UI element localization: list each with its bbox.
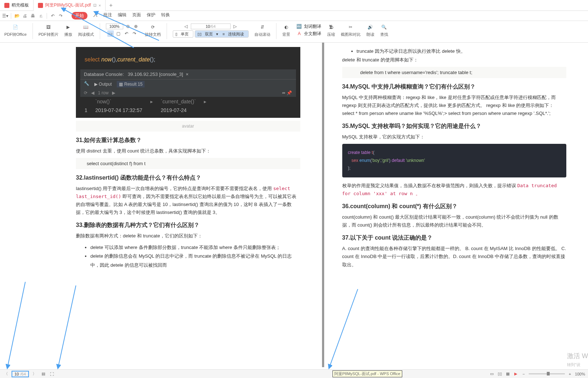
fulltrans-icon[interactable]: A <box>296 30 302 37</box>
q31-body: 使用 distinct 去重，使用 count 统计总条数，具体实现脚本如下： <box>76 147 300 155</box>
status-tooltip: 阿里P8MySQL-面试.pdf - WPS Office <box>332 370 402 377</box>
quick-bar: ☰▾ 📂 🖨 🖶 ⎌ ↶ ↷ 开始 入 批注 编辑 页面 保护 转换 <box>0 11 588 21</box>
pdf-icon <box>38 3 43 8</box>
windows-activation: 激活 W转到"设 <box>567 349 588 371</box>
prev-page-icon[interactable]: ◁ <box>183 23 189 30</box>
q35-body2: 枚举的作用是预定义结果值，当插入数据不在枚举值范围内，则插入失败，提示错误 Da… <box>342 182 567 198</box>
page-input[interactable]: 10/64 <box>191 23 231 29</box>
double-page-button[interactable]: ▯▯ 双页▾ <box>195 31 220 37</box>
tab-label: 阿里P8MySQL-面试.pdf <box>45 2 91 8</box>
menu-start[interactable]: 开始 <box>72 12 87 20</box>
zoom-value[interactable]: 100% <box>106 23 123 29</box>
menu-comment[interactable]: 批注 <box>103 12 112 20</box>
save-icon[interactable]: 🖨 <box>22 13 28 19</box>
single-page-button[interactable]: ▯ 单页 <box>173 30 193 38</box>
preview-icon[interactable]: ⎌ <box>38 13 44 19</box>
menu-strip: 开始 入 批注 编辑 页面 保护 转换 <box>72 12 170 20</box>
page-right: truncate 因为不记录日志所以执行效率比 delete 快。 delete… <box>324 43 588 367</box>
open-icon[interactable]: 📂 <box>14 13 20 19</box>
q35-body: MySQL 支持枚举，它的实现方式如下： <box>342 133 567 141</box>
tab-bar: 稻壳模板 阿里P8MySQL-面试.pdf ⊡ × + <box>0 0 588 11</box>
avatar-caption: avatar <box>76 121 300 132</box>
q33-heading: 33.删除表的数据有几种方式？它们有什么区别？ <box>76 222 300 229</box>
q33-list: delete 可以添加 where 条件删除部分数据，truncate 不能添加… <box>76 243 300 270</box>
q31-heading: 31.如何去重计算总条数？ <box>76 137 300 144</box>
new-tab-button[interactable]: + <box>106 2 116 9</box>
zoom-group: 100% ⊖ ⊕ ▭ ▢ ↶ ↷ <box>104 23 141 37</box>
dict-icon[interactable]: 🔤 <box>296 23 302 30</box>
fit-width-icon[interactable]: ▭ <box>107 30 114 37</box>
trunc-body: delete 和 truncate 的使用脚本如下： <box>342 56 567 64</box>
trunc-code: delete from t where username='redis'; tr… <box>342 67 567 78</box>
zoom-in-icon[interactable]: ⊕ <box>133 23 139 30</box>
zoom-slider[interactable] <box>529 373 565 374</box>
rotate-left-icon[interactable]: ↶ <box>123 30 130 37</box>
list-item: delete 的删除信息会在 MySQL 的日志中记录，而 truncate 的… <box>90 252 300 270</box>
find[interactable]: 🔍查找 <box>379 23 390 37</box>
view2-icon[interactable]: ▯▯ <box>497 371 503 377</box>
page-left: select now(),current_date(); Database Co… <box>0 43 322 367</box>
expand-icon[interactable]: ⛶ <box>49 371 55 377</box>
rotate-right-icon[interactable]: ↷ <box>131 30 138 37</box>
q36-heading: 36.count(column) 和 count(*) 有什么区别？ <box>342 203 567 210</box>
page-nav-group: ◁ 10/64 ▷ ▯ 单页 ▯▯ 双页▾ ≡ 连续阅读 <box>171 23 250 38</box>
rotate-doc[interactable]: ⟳旋转文档 <box>143 23 162 37</box>
document-area: select now(),current_date(); Database Co… <box>0 43 588 367</box>
trunc-list: truncate 因为不记录日志所以执行效率比 delete 快。 <box>342 47 567 56</box>
q34-body: MySQL 中支持两种模糊查询：regexp 和 like，like 是对任意多… <box>342 94 567 117</box>
compress[interactable]: 🗜压缩 <box>326 23 336 37</box>
menu-insert[interactable]: 入 <box>93 12 98 20</box>
zoom-in-btm-icon[interactable]: + <box>567 371 573 377</box>
read-aloud[interactable]: 🔊朗读 <box>365 23 376 37</box>
view3-icon[interactable]: ▦ <box>505 371 511 377</box>
pdf-to-pic[interactable]: 🖼PDF转图片 <box>37 23 60 37</box>
print-icon[interactable]: 🖶 <box>30 13 36 19</box>
tab-daoke[interactable]: 稻壳模板 <box>0 0 34 11</box>
list-item: truncate 因为不记录日志所以执行效率比 delete 快。 <box>357 47 567 56</box>
q35-heading: 35.MySQL 支持枚举吗？如何实现？它的用途是什么？ <box>342 123 567 130</box>
daoke-icon <box>4 3 9 8</box>
ribbon: 📄PDF转Office 🖼PDF转图片 ▶播放 📖阅读模式 100% ⊖ ⊕ ▭… <box>0 21 588 43</box>
background[interactable]: ◐背景 <box>281 23 292 37</box>
zoom-pct[interactable]: 100% <box>575 372 585 376</box>
zoom-out-btm-icon[interactable]: − <box>521 371 527 377</box>
redo-icon[interactable]: ↷ <box>58 13 64 19</box>
undo-icon[interactable]: ↶ <box>50 13 56 19</box>
next-page-icon[interactable]: ▷ <box>232 23 239 30</box>
crop-compare[interactable]: ✂截图和对比 <box>339 23 362 37</box>
menu-protect[interactable]: 保护 <box>147 12 155 20</box>
q32-heading: 32.lastinsertid() 函数功能是什么？有什么特点？ <box>76 174 300 182</box>
nav-pane-icon[interactable]: ▤ <box>40 371 46 377</box>
q32-body: lastinsertid() 用于查询最后一次自增表的编号，它的特点是查询时不需… <box>76 185 300 216</box>
fit-page-icon[interactable]: ▢ <box>115 30 122 37</box>
menu-icon[interactable]: ☰▾ <box>2 13 8 19</box>
tab-label: 稻壳模板 <box>12 2 29 8</box>
pin-icon[interactable]: ⊡ <box>93 3 96 8</box>
prev-page-btm-icon[interactable]: 〈 <box>3 371 9 377</box>
pdf-to-office[interactable]: 📄PDF转Office <box>3 23 28 37</box>
next-page-btm-icon[interactable]: 〉 <box>32 371 38 377</box>
read-mode[interactable]: 📖阅读模式 <box>77 23 95 37</box>
status-bar: 〈 10/64 〉 ▤ ⛶ 阿里P8MySQL-面试.pdf - WPS Off… <box>0 369 588 378</box>
layout-pill: ▯▯ 双页▾ ≡ 连续阅读 <box>195 30 249 38</box>
menu-edit[interactable]: 编辑 <box>118 12 126 20</box>
close-icon[interactable]: × <box>99 3 101 8</box>
dict-group: 🔤划词翻译 A全文翻译 <box>295 23 323 37</box>
tab-pdf[interactable]: 阿里P8MySQL-面试.pdf ⊡ × <box>34 0 106 11</box>
play-button[interactable]: ▶播放 <box>63 23 74 37</box>
page-nav-bottom[interactable]: 10/64 <box>12 371 29 377</box>
menu-page[interactable]: 页面 <box>132 12 141 20</box>
menu-convert[interactable]: 转换 <box>161 12 170 20</box>
rec-icon[interactable]: ▶ <box>513 371 519 377</box>
view1-icon[interactable]: ▭ <box>489 371 495 377</box>
q34-heading: 34.MySQL 中支持几种模糊查询？它们有什么区别？ <box>342 83 567 91</box>
continuous-button[interactable]: ≡ 连续阅读 <box>220 31 248 37</box>
q33-body: 删除数据有两种方式：delete 和 truncate，它们的区别如下： <box>76 232 300 240</box>
q37-heading: 37.以下关于 count 说法正确的是？ <box>342 234 567 242</box>
sql-screenshot: select now(),current_date(); Database Co… <box>76 47 300 118</box>
zoom-out-icon[interactable]: ⊖ <box>125 23 131 30</box>
list-item: delete 可以添加 where 条件删除部分数据，truncate 不能添加… <box>90 243 300 252</box>
auto-scroll[interactable]: ⇵自动滚动 <box>253 23 272 37</box>
q37-body: A. count 的查询性能在各种存储引擎下的性能都是一样的。 B. count… <box>342 245 567 269</box>
q36-body: count(column) 和 count() 最大区别是统计结果可能不一致，c… <box>342 213 567 229</box>
